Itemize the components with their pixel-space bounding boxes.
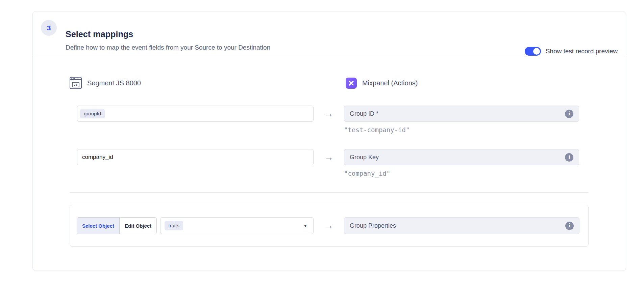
select-object-button[interactable]: Select Object (77, 218, 120, 234)
source-field-input[interactable]: groupId (77, 106, 314, 122)
destination-field-label: Group Properties (350, 222, 565, 229)
destination-field-label: Group ID * (350, 110, 565, 117)
mapping-row: groupId → Group ID * i "test-company-id" (70, 106, 589, 134)
arrow-right-icon: → (324, 221, 333, 231)
info-icon[interactable]: i (565, 222, 574, 230)
select-mappings-card: 3 Select mappings Define how to map the … (32, 11, 626, 271)
toggle-switch[interactable] (525, 47, 541, 56)
js-browser-icon: JS (70, 77, 82, 89)
chevron-down-icon: ▾ (304, 223, 307, 228)
page-subtitle: Define how to map the event fields from … (66, 43, 270, 52)
info-icon[interactable]: i (565, 110, 573, 118)
destination-field-label: Group Key (350, 154, 565, 161)
destination-endpoint-label: Mixpanel (Actions) (344, 77, 579, 89)
destination-field: Group ID * i (344, 106, 579, 122)
source-field-text: company_id (82, 154, 113, 161)
page-title: Select mappings (66, 29, 270, 39)
section-divider (70, 192, 589, 193)
arrow-right-icon: → (324, 109, 333, 119)
mappings-content: JS Segment JS 8000 Mixpanel (Actions) (33, 77, 626, 247)
arrow-right-icon: → (324, 152, 333, 163)
selected-object-token: traits (165, 221, 183, 230)
toggle-label: Show test record preview (546, 48, 618, 55)
edit-object-button[interactable]: Edit Object (120, 218, 156, 234)
source-field-token[interactable]: groupId (80, 109, 105, 118)
card-header: 3 Select mappings Define how to map the … (33, 11, 626, 56)
test-preview-value: "company_id" (344, 169, 579, 178)
object-mode-segmented-control: Select Object Edit Object (77, 217, 157, 234)
mapping-row: company_id → Group Key i "company_id" (70, 149, 589, 178)
test-preview-value: "test-company-id" (344, 125, 579, 134)
step-number-badge: 3 (41, 20, 57, 36)
source-endpoint-label: JS Segment JS 8000 (70, 77, 314, 89)
toggle-knob (533, 48, 540, 55)
source-name: Segment JS 8000 (87, 79, 141, 87)
test-record-preview-toggle-row[interactable]: Show test record preview (525, 47, 618, 56)
step-number: 3 (47, 24, 51, 32)
destination-field: Group Key i (344, 149, 579, 165)
object-mapping-container: Select Object Edit Object traits ▾ → Gro… (70, 205, 589, 247)
info-icon[interactable]: i (565, 153, 573, 162)
object-select-dropdown[interactable]: traits ▾ (160, 217, 314, 234)
header-text: Select mappings Define how to map the ev… (66, 29, 270, 52)
destination-name: Mixpanel (Actions) (362, 79, 418, 87)
mixpanel-icon (346, 78, 357, 89)
source-field-input[interactable]: company_id (77, 149, 314, 165)
destination-field: Group Properties i (344, 217, 579, 234)
endpoint-labels-row: JS Segment JS 8000 Mixpanel (Actions) (70, 77, 589, 93)
